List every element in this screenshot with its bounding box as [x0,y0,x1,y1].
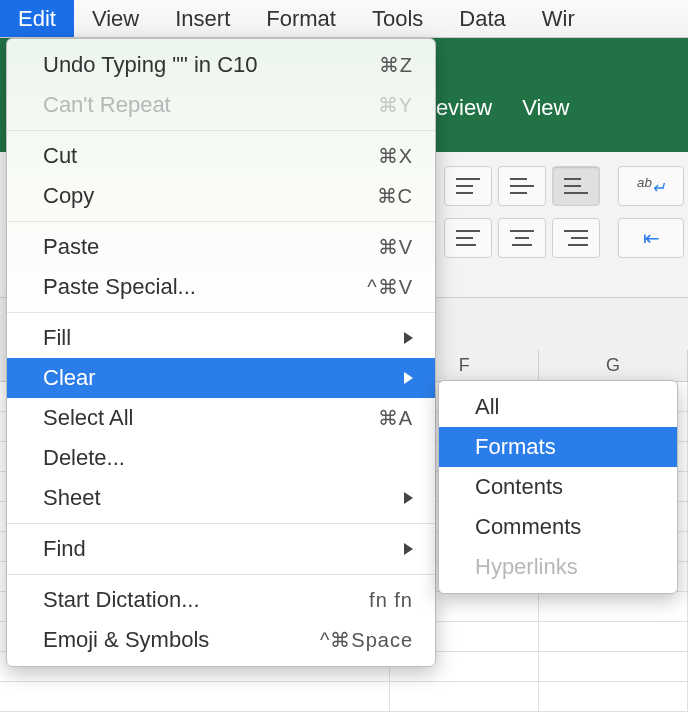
menu-copy[interactable]: Copy ⌘C [7,176,435,216]
edit-menu: Undo Typing "" in C10 ⌘Z Can't Repeat ⌘Y… [6,38,436,667]
menu-undo-shortcut: ⌘Z [379,53,413,77]
clear-comments[interactable]: Comments [439,507,677,547]
align-top-icon [456,178,480,194]
menu-select-all-shortcut: ⌘A [378,406,413,430]
menubar: Edit View Insert Format Tools Data Wir [0,0,688,38]
menu-clear[interactable]: Clear [7,358,435,398]
menu-fill[interactable]: Fill [7,318,435,358]
align-middle-button[interactable] [498,166,546,206]
menu-cut-label: Cut [43,143,77,169]
submenu-arrow-icon [404,543,413,555]
clear-comments-label: Comments [475,514,581,540]
menu-separator [7,130,435,131]
menu-emoji[interactable]: Emoji & Symbols ^⌘Space [7,620,435,660]
menu-copy-shortcut: ⌘C [377,184,413,208]
menu-cut[interactable]: Cut ⌘X [7,136,435,176]
clear-all[interactable]: All [439,387,677,427]
menu-sheet[interactable]: Sheet [7,478,435,518]
clear-all-label: All [475,394,499,420]
ribbon-tab-view[interactable]: View [522,95,569,121]
align-bottom-button[interactable] [552,166,600,206]
menu-repeat-label: Can't Repeat [43,92,171,118]
clear-contents[interactable]: Contents [439,467,677,507]
submenu-arrow-icon [404,372,413,384]
menubar-data[interactable]: Data [441,0,523,37]
clear-hyperlinks: Hyperlinks [439,547,677,587]
align-center-button[interactable] [498,218,546,258]
clear-hyperlinks-label: Hyperlinks [475,554,578,580]
align-top-button[interactable] [444,166,492,206]
menu-undo[interactable]: Undo Typing "" in C10 ⌘Z [7,45,435,85]
align-right-icon [564,230,588,246]
submenu-arrow-icon [404,332,413,344]
menu-paste-special-label: Paste Special... [43,274,196,300]
clear-contents-label: Contents [475,474,563,500]
menu-sheet-label: Sheet [43,485,101,511]
menu-select-all-label: Select All [43,405,134,431]
menu-separator [7,312,435,313]
menu-copy-label: Copy [43,183,94,209]
wrap-text-icon: ab↵ [637,175,665,197]
menu-select-all[interactable]: Select All ⌘A [7,398,435,438]
clear-submenu: All Formats Contents Comments Hyperlinks [438,380,678,594]
menu-dictation[interactable]: Start Dictation... fn fn [7,580,435,620]
menu-repeat-shortcut: ⌘Y [378,93,413,117]
menu-find-label: Find [43,536,86,562]
menu-paste-special[interactable]: Paste Special... ^⌘V [7,267,435,307]
menubar-insert[interactable]: Insert [157,0,248,37]
menubar-window[interactable]: Wir [524,0,593,37]
align-bottom-icon [564,178,588,194]
menu-clear-label: Clear [43,365,96,391]
wrap-text-button[interactable]: ab↵ [618,166,684,206]
menubar-tools[interactable]: Tools [354,0,441,37]
menu-repeat: Can't Repeat ⌘Y [7,85,435,125]
align-center-icon [510,230,534,246]
menu-separator [7,221,435,222]
submenu-arrow-icon [404,492,413,504]
merge-button[interactable]: ⇤ [618,218,684,258]
menubar-view[interactable]: View [74,0,157,37]
menubar-format[interactable]: Format [248,0,354,37]
menu-cut-shortcut: ⌘X [378,144,413,168]
menu-delete[interactable]: Delete... [7,438,435,478]
menu-separator [7,523,435,524]
menu-paste-special-shortcut: ^⌘V [367,275,413,299]
align-left-icon [456,230,480,246]
align-right-button[interactable] [552,218,600,258]
menu-separator [7,574,435,575]
merge-icon: ⇤ [643,226,660,250]
menu-paste-label: Paste [43,234,99,260]
align-left-button[interactable] [444,218,492,258]
menu-emoji-shortcut: ^⌘Space [320,628,413,652]
column-header-g[interactable]: G [539,350,688,381]
menu-undo-label: Undo Typing "" in C10 [43,52,258,78]
menu-find[interactable]: Find [7,529,435,569]
clear-formats[interactable]: Formats [439,427,677,467]
menu-dictation-shortcut: fn fn [369,589,413,612]
menu-dictation-label: Start Dictation... [43,587,200,613]
menu-paste[interactable]: Paste ⌘V [7,227,435,267]
menu-delete-label: Delete... [43,445,125,471]
clear-formats-label: Formats [475,434,556,460]
align-middle-icon [510,178,534,194]
ribbon-tabs: Review View [420,95,569,121]
menubar-edit[interactable]: Edit [0,0,74,37]
menu-fill-label: Fill [43,325,71,351]
menu-emoji-label: Emoji & Symbols [43,627,209,653]
menu-paste-shortcut: ⌘V [378,235,413,259]
